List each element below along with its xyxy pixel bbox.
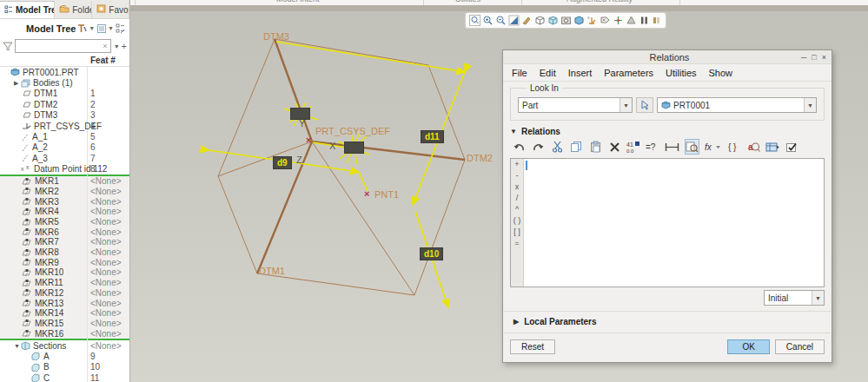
tree-row-datum-point-id-112[interactable]: xxDatum Point id 1128 [0, 164, 129, 175]
operator-()[interactable]: ( ) [514, 217, 521, 225]
filter-clear-icon[interactable]: × [103, 42, 109, 50]
3d-mode-icon[interactable] [651, 14, 663, 27]
look-in-type-dropdown-icon[interactable]: ▼ [620, 98, 632, 112]
redo-icon[interactable] [531, 139, 545, 155]
zoom-in-icon[interactable] [481, 14, 494, 27]
capture-icon[interactable] [560, 14, 572, 27]
tree-row-mkr13[interactable]: MKR13<None> [0, 298, 129, 308]
tab-model-tree[interactable]: Model Tree [0, 1, 55, 18]
units-icon[interactable] [665, 139, 679, 155]
revision-dropdown-icon[interactable]: ▼ [812, 291, 824, 305]
tree-row-sections[interactable]: ▼Sections<None> [0, 340, 129, 351]
syntax-check-icon[interactable] [785, 139, 798, 155]
verify-icon[interactable]: =? [646, 139, 659, 155]
relations-editor[interactable] [524, 159, 824, 286]
menu-parameters[interactable]: Parameters [604, 68, 653, 78]
local-parameters-header[interactable]: ▶ Local Parameters [503, 312, 832, 333]
tree-row-mkr15[interactable]: MKR15<None> [0, 319, 129, 329]
operator-/[interactable]: / [516, 194, 519, 202]
dimension-tag-d10[interactable]: d10 [420, 247, 443, 260]
operator-+[interactable]: + [514, 161, 519, 168]
insert-from-table-icon[interactable] [765, 139, 779, 155]
tree-row-mkr10[interactable]: MKR10<None> [0, 267, 129, 278]
tree-row-a-2[interactable]: A_26 [0, 142, 129, 153]
maximize-icon[interactable]: □ [812, 53, 816, 62]
repaint-icon[interactable] [520, 14, 533, 27]
operator-=[interactable]: = [514, 240, 519, 247]
reset-button[interactable]: Reset [510, 339, 555, 354]
tree-row-mkr1[interactable]: MKR1<None> [0, 176, 129, 187]
filter-dropdown-icon[interactable]: ▼ [114, 43, 120, 49]
tree-row-a-3[interactable]: A_37 [0, 153, 129, 163]
menu-insert[interactable]: Insert [568, 68, 593, 78]
tree-row-a[interactable]: A9 [0, 351, 129, 361]
tree-filter-input[interactable]: × [15, 39, 111, 53]
cut-icon[interactable] [550, 139, 564, 155]
datum-display-icon[interactable]: x [586, 14, 598, 27]
cancel-button[interactable]: Cancel [775, 339, 825, 354]
tree-show-icon[interactable] [116, 23, 126, 34]
revision-select[interactable]: Initial ▼ [764, 290, 825, 306]
standard-orientation-icon[interactable] [533, 14, 546, 27]
undo-icon[interactable] [512, 139, 526, 155]
operator--[interactable]: - [516, 172, 519, 180]
menu-file[interactable]: File [512, 68, 527, 78]
relations-section-header[interactable]: ▼ Relations [503, 124, 832, 137]
tree-row-mkr11[interactable]: MKR11<None> [0, 278, 129, 288]
braces-icon[interactable]: { } [727, 139, 741, 155]
filter-add-icon[interactable]: + [122, 41, 127, 51]
tree-row-dtm3[interactable]: DTM33 [0, 110, 129, 121]
sort-relations-icon[interactable] [685, 139, 699, 155]
insert-function-icon[interactable]: fx [705, 139, 722, 155]
tree-row-c[interactable]: C11 [0, 372, 129, 382]
look-in-type-select[interactable]: Part ▼ [518, 97, 633, 113]
tree-row-mkr12[interactable]: MKR12<None> [0, 287, 129, 298]
menu-edit[interactable]: Edit [540, 68, 556, 78]
minimize-icon[interactable]: ─ [801, 53, 806, 62]
selected-dimension-tag-2[interactable] [344, 142, 364, 154]
tree-row-mkr3[interactable]: MKR3<None> [0, 196, 129, 207]
pause-icon[interactable] [638, 14, 650, 27]
menu-utilities[interactable]: Utilities [666, 68, 696, 78]
switch-dimensions-icon[interactable]: 410.0 [626, 139, 640, 155]
tree-row-mkr4[interactable]: MKR4<None> [0, 207, 129, 217]
operator-x[interactable]: x [515, 183, 520, 191]
tree-row-b[interactable]: B10 [0, 362, 129, 372]
find-icon[interactable]: a [746, 139, 760, 155]
refit-icon[interactable] [507, 14, 520, 27]
tree-row-mkr8[interactable]: MKR8<None> [0, 247, 129, 258]
tree-row-mkr16[interactable]: MKR16<None> [0, 328, 129, 339]
dimension-tag-d9[interactable]: d9 [273, 156, 292, 169]
look-in-object-dropdown-icon[interactable]: ▼ [804, 98, 816, 112]
display-style-icon[interactable] [573, 14, 585, 27]
dimension-tag-d11[interactable]: d11 [421, 130, 444, 143]
look-in-object-select[interactable]: PRT0001 ▼ [657, 97, 817, 113]
tree-row-a-1[interactable]: A_15 [0, 131, 129, 142]
expander-icon[interactable]: ▶ [14, 80, 21, 87]
tree-row-mkr7[interactable]: MKR7<None> [0, 237, 129, 247]
tree-row-mkr2[interactable]: MKR2<None> [0, 187, 129, 197]
tree-columns-icon[interactable]: ▼ [96, 23, 114, 34]
copy-icon[interactable] [569, 139, 583, 155]
expander-icon[interactable]: ▼ [14, 343, 21, 349]
operator-^[interactable]: ^ [515, 206, 519, 214]
perspective-icon[interactable] [625, 14, 637, 27]
select-object-button[interactable] [636, 97, 653, 113]
tree-row-bodies-1-[interactable]: ▶Bodies (1) [0, 77, 129, 88]
menu-show[interactable]: Show [709, 68, 733, 78]
tree-filters-icon[interactable]: ▼ [76, 23, 95, 34]
annotation-display-icon[interactable] [599, 14, 611, 27]
dialog-title-bar[interactable]: Relations ─ □ × [503, 50, 832, 64]
paste-icon[interactable] [588, 139, 602, 155]
tree-row-dtm1[interactable]: DTM11 [0, 89, 129, 99]
saved-orientations-icon[interactable] [547, 14, 559, 27]
close-icon[interactable]: × [822, 53, 826, 62]
tree-row-mkr5[interactable]: MKR5<None> [0, 217, 129, 227]
ok-button[interactable]: OK [727, 339, 769, 354]
tab-folde[interactable]: Folde [55, 1, 92, 18]
tree-row-mkr14[interactable]: MKR14<None> [0, 308, 129, 319]
operator-[][interactable]: [ ] [514, 228, 520, 236]
tree-row-mkr6[interactable]: MKR6<None> [0, 227, 129, 237]
delete-icon[interactable] [607, 139, 621, 155]
tab-favor[interactable]: Favor [92, 1, 129, 18]
